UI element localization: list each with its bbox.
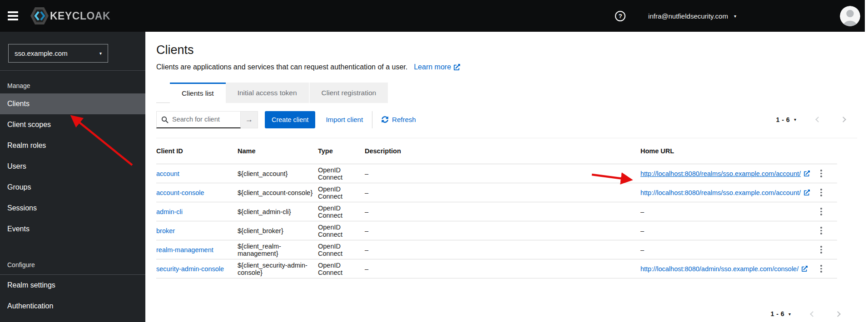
client-type: OpenID Connect <box>318 185 365 200</box>
client-type: OpenID Connect <box>318 243 365 257</box>
search-submit-button[interactable]: → <box>241 111 258 128</box>
realm-selector[interactable]: sso.example.com ▾ <box>8 44 108 63</box>
client-name: ${client_security-admin-console} <box>238 262 318 276</box>
realm-selector-value: sso.example.com <box>15 49 68 57</box>
client-id-link[interactable]: realm-management <box>156 246 238 254</box>
client-description: – <box>365 208 640 215</box>
client-description: – <box>365 265 640 273</box>
sidebar-item-realm-settings[interactable]: Realm settings <box>0 275 145 296</box>
client-id-link[interactable]: account <box>156 170 238 177</box>
create-client-button[interactable]: Create client <box>265 111 315 128</box>
chevron-down-icon[interactable]: ▾ <box>794 117 796 122</box>
refresh-label: Refresh <box>392 116 416 123</box>
client-description: – <box>365 189 640 196</box>
kebab-menu-icon[interactable] <box>815 244 827 256</box>
kebab-menu-icon[interactable] <box>815 187 827 199</box>
column-client-id: Client ID <box>156 147 238 155</box>
masthead: KEYCLOAK ? infra@nutfieldsecurity.com ▾ <box>0 0 865 32</box>
tab-spacer <box>156 83 170 103</box>
external-link-icon <box>804 190 810 195</box>
kebab-menu-icon[interactable] <box>815 225 827 237</box>
sidebar: sso.example.com ▾ Manage Clients Client … <box>0 32 145 322</box>
search-input[interactable] <box>156 111 241 128</box>
toolbar: → Create client Import client Refresh 1 … <box>156 111 857 138</box>
tab-client-registration[interactable]: Client registration <box>309 83 388 103</box>
pagination-range[interactable]: 1 - 6 <box>776 116 790 123</box>
sidebar-item-sessions[interactable]: Sessions <box>0 198 145 219</box>
table-row: realm-management ${client_realm-manageme… <box>156 240 837 259</box>
external-link-icon <box>802 266 808 272</box>
hamburger-menu-icon[interactable] <box>8 11 18 20</box>
keycloak-hexagon-icon <box>30 6 49 26</box>
previous-page-icon[interactable] <box>810 311 816 317</box>
tab-bar: Clients list Initial access token Client… <box>156 83 857 103</box>
home-url-empty: – <box>640 227 815 234</box>
help-icon[interactable]: ? <box>615 11 625 21</box>
column-home-url: Home URL <box>640 147 815 155</box>
kebab-menu-icon[interactable] <box>815 263 827 275</box>
table-row: account-console ${client_account-console… <box>156 183 837 202</box>
avatar[interactable] <box>840 6 860 26</box>
user-menu[interactable]: infra@nutfieldsecurity.com ▾ <box>648 12 736 20</box>
keycloak-logo: KEYCLOAK <box>30 6 110 26</box>
column-description: Description <box>365 147 640 155</box>
home-url-link[interactable]: http://localhost:8080/realms/sso.example… <box>640 189 801 196</box>
client-name: ${client_realm-management} <box>238 243 318 257</box>
client-name: ${client_account-console} <box>238 189 318 196</box>
home-url-link[interactable]: http://localhost:8080/admin/sso.example.… <box>640 265 799 273</box>
learn-more-label: Learn more <box>414 63 451 71</box>
chevron-down-icon: ▾ <box>734 14 736 19</box>
home-url-empty: – <box>640 208 815 215</box>
kebab-menu-icon[interactable] <box>815 168 827 180</box>
page-title: Clients <box>156 43 857 57</box>
external-link-icon <box>804 171 810 176</box>
kebab-menu-icon[interactable] <box>815 206 827 218</box>
column-type: Type <box>318 147 365 155</box>
table-row: security-admin-console ${client_security… <box>156 259 837 278</box>
client-id-link[interactable]: broker <box>156 227 238 234</box>
sidebar-item-realm-roles[interactable]: Realm roles <box>0 135 145 156</box>
toolbar-divider <box>372 111 372 128</box>
next-page-icon[interactable] <box>840 117 846 122</box>
table-header-row: Client ID Name Type Description Home URL <box>156 138 837 164</box>
learn-more-link[interactable]: Learn more <box>414 63 460 71</box>
table-row: broker ${client_broker} OpenID Connect –… <box>156 221 837 240</box>
previous-page-icon[interactable] <box>815 117 821 122</box>
client-name: ${client_account} <box>238 170 318 177</box>
user-email: infra@nutfieldsecurity.com <box>648 12 728 20</box>
client-type: OpenID Connect <box>318 224 365 238</box>
sidebar-item-users[interactable]: Users <box>0 156 145 177</box>
client-name: ${client_broker} <box>238 227 318 234</box>
client-description: – <box>365 246 640 254</box>
sidebar-item-authentication[interactable]: Authentication <box>0 296 145 317</box>
chevron-down-icon[interactable]: ▾ <box>789 312 791 317</box>
client-id-link[interactable]: admin-cli <box>156 208 238 215</box>
client-id-link[interactable]: account-console <box>156 189 238 196</box>
sidebar-item-groups[interactable]: Groups <box>0 177 145 198</box>
home-url-link[interactable]: http://localhost:8080/realms/sso.example… <box>640 170 801 177</box>
refresh-icon <box>382 116 388 123</box>
next-page-icon[interactable] <box>835 311 841 317</box>
tab-clients-list[interactable]: Clients list <box>170 83 226 103</box>
client-description: – <box>365 227 640 234</box>
help-glyph: ? <box>619 13 622 20</box>
client-type: OpenID Connect <box>318 166 365 181</box>
chevron-down-icon: ▾ <box>99 51 102 56</box>
main-content: Clients Clients are applications and ser… <box>145 32 868 322</box>
bottom-pagination: 1 - 6 ▾ <box>770 307 840 321</box>
sidebar-item-client-scopes[interactable]: Client scopes <box>0 114 145 135</box>
import-client-link[interactable]: Import client <box>326 116 363 123</box>
pagination-range[interactable]: 1 - 6 <box>770 310 784 317</box>
client-type: OpenID Connect <box>318 262 365 276</box>
nav-group-manage: Manage <box>0 71 145 93</box>
table-row: account ${client_account} OpenID Connect… <box>156 164 837 183</box>
clients-table: Client ID Name Type Description Home URL… <box>156 138 837 278</box>
page-description: Clients are applications and services th… <box>156 63 407 71</box>
client-id-link[interactable]: security-admin-console <box>156 265 238 273</box>
arrow-right-icon: → <box>245 115 253 124</box>
table-row: admin-cli ${client_admin-cli} OpenID Con… <box>156 202 837 221</box>
sidebar-item-clients[interactable]: Clients <box>0 93 145 114</box>
tab-initial-access-token[interactable]: Initial access token <box>226 83 309 103</box>
refresh-button[interactable]: Refresh <box>382 116 416 123</box>
sidebar-item-events[interactable]: Events <box>0 219 145 239</box>
